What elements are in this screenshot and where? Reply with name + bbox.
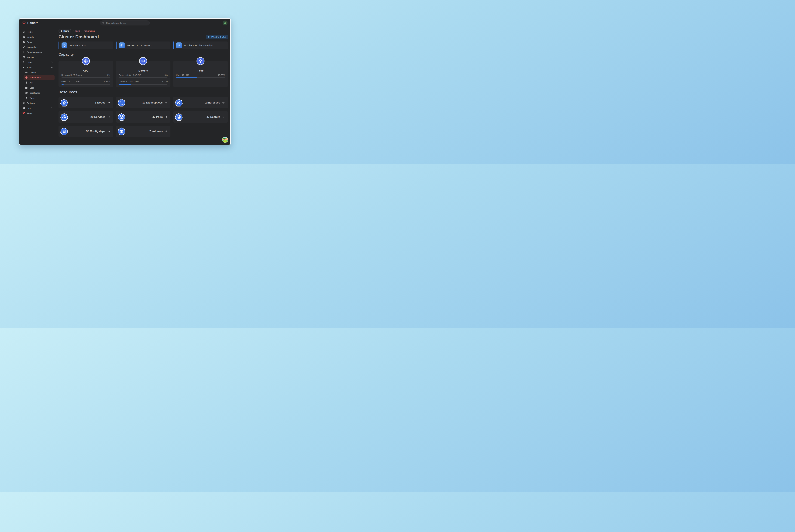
global-search[interactable] [100,20,150,25]
sidebar-item-label: Medias [27,56,34,58]
info-card-providers: Providers : k3s [58,41,113,49]
sidebar-item-label: Logs [30,87,34,89]
gear-icon [22,101,25,104]
resource-card-volumes[interactable]: 2 Volumes [116,126,171,137]
search-icon [102,22,105,24]
progress-bar [61,83,110,84]
progress-bar [61,77,110,78]
home-icon [60,30,62,32]
cpu-icon [82,57,90,65]
version-label: Version : v1.30.2+k3s1 [127,44,152,47]
resource-card-namespaces[interactable]: 17 Namespaces [116,97,171,108]
sidebar-item-certificates[interactable]: Certificates [23,90,55,95]
capacity-row-label: Used 0.25 / 5 Cores [61,80,80,82]
capacity-row-percent: 4.94% [104,80,110,82]
capacity-card-title: Memory [119,69,168,72]
progress-bar [119,83,168,84]
capacity-row-label: Used 47 / 110 [176,74,189,76]
namespaces-icon [118,99,125,107]
sidebar-item-search-engines[interactable]: Search engines [21,50,55,55]
breadcrumb-tools[interactable]: Tools [75,30,80,32]
sidebar-item-about[interactable]: About [21,111,55,116]
providers-label: Providers : k3s [70,44,86,47]
api-signpost-icon [25,81,28,84]
breadcrumb-separator: / [81,30,82,32]
help-icon [22,107,25,110]
sidebar-item-logs[interactable]: Logs [23,85,55,90]
capacity-row-label: Used 4.9 / 19.07 GiB [119,80,139,82]
secrets-lock-icon [175,113,183,121]
arrow-right-icon [222,115,225,118]
sidebar-item-help[interactable]: Help [21,106,55,111]
integrations-icon [22,45,25,49]
resource-card-configmaps[interactable]: 33 ConfigMaps [58,126,113,137]
sidebar-item-docker[interactable]: Docker [23,70,55,75]
sidebar-item-users[interactable]: Users [21,60,55,65]
resources-grid: 1 Nodes 17 Namespaces [58,97,228,137]
resource-card-ingresses[interactable]: 2 Ingresses [173,97,228,108]
capacity-card-pods: Pods Used 47 / 110 42.73% [173,61,228,87]
breadcrumb-home[interactable]: Home [58,29,71,33]
resource-card-nodes[interactable]: 1 Nodes [58,97,113,108]
search-input[interactable] [106,22,148,24]
logs-terminal-icon [25,86,28,89]
capacity-row-percent: 25.71% [160,80,168,82]
volumes-cylinder-icon [118,127,125,135]
sidebar-item-home[interactable]: Home [21,29,55,34]
homarr-logo-icon [22,112,25,115]
services-icon [60,113,68,121]
sidebar-item-integrations[interactable]: Integrations [21,44,55,50]
breadcrumb: Home / Tools / Kubernetes [58,29,228,33]
architecture-label: Architecture : linux/amd64 [184,44,213,47]
home-icon [22,31,25,33]
sidebar-item-label: Users [27,61,33,63]
cluster-name: MANDO-1-DEV [211,36,226,38]
sidebar-item-label: Apps [27,41,32,43]
resource-card-pods[interactable]: 47 Pods [116,111,171,122]
accent-bar [173,41,174,49]
pods-icon [118,113,125,121]
user-avatar[interactable]: OD [223,20,228,25]
sidebar-item-tasks[interactable]: Tasks [23,95,55,100]
sidebar-item-medias[interactable]: Medias [21,55,55,60]
sidebar-item-kubernetes[interactable]: Kubernetes [23,75,55,80]
sidebar-item-label: Docker [30,71,36,74]
tools-pointer-icon [22,66,25,69]
resource-card-services[interactable]: 29 Services [58,111,113,122]
sidebar-item-label: Home [27,31,33,33]
app-header: Homarr OD [19,19,230,27]
arrow-right-icon [107,115,110,118]
app-name: Homarr [27,21,38,25]
brand[interactable]: Homarr [22,21,38,25]
sidebar-item-label: Boards [27,36,34,38]
sidebar: Home Boards Apps Integrations Search eng… [19,27,56,145]
sidebar-item-apps[interactable]: Apps [21,39,55,44]
configmaps-icon [60,127,68,135]
cluster-info-row: Providers : k3s Version : v1.30.2+k3s1 [58,41,228,49]
sidebar-item-label: API [30,81,33,84]
progress-bar [119,77,168,78]
capacity-row-percent: 0% [107,74,110,76]
capacity-card-memory: Memory Reserved 0 / 19.07 GiB 0% Used 4.… [116,61,171,87]
medias-icon [22,56,25,59]
progress-bar [176,77,225,78]
resource-card-secrets[interactable]: 47 Secrets [173,111,228,122]
architecture-icon [176,42,182,48]
capacity-heading: Capacity [58,52,228,57]
sidebar-item-api[interactable]: API [23,80,55,85]
cluster-name-badge: MANDO-1-DEV [206,35,228,39]
arrow-right-icon [165,101,168,104]
docker-icon [25,71,28,74]
users-icon [22,61,25,64]
boards-icon [22,36,25,38]
resource-label: 2 Volumes [149,130,163,133]
resource-label: 1 Nodes [95,101,106,104]
sidebar-item-boards[interactable]: Boards [21,34,55,39]
capacity-row-percent: 42.73% [218,74,225,76]
info-card-architecture: Architecture : linux/amd64 [173,41,228,49]
sidebar-item-tools[interactable]: Tools [21,65,55,70]
arrow-right-icon [107,101,110,104]
island-floating-button[interactable] [222,137,228,143]
breadcrumb-current[interactable]: Kubernetes [84,30,95,32]
sidebar-item-settings[interactable]: Settings [21,100,55,106]
